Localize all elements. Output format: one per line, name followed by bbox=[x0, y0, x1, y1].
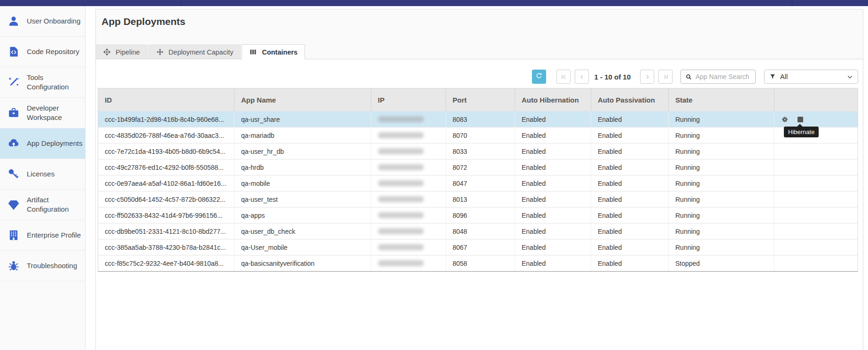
tab-containers[interactable]: Containers bbox=[242, 44, 305, 59]
redacted-ip-value bbox=[378, 164, 424, 170]
tab-label: Deployment Capacity bbox=[169, 48, 234, 56]
sidebar-item-licenses[interactable]: Licenses bbox=[0, 159, 85, 190]
sidebar: User OnboardingCode RepositoryTools Conf… bbox=[0, 6, 86, 350]
table-row[interactable]: ccc-1b499fa1-2d98-416b-8c4b-960e68...qa-… bbox=[98, 111, 858, 127]
cell-app-name: qa-usr_share bbox=[234, 111, 371, 127]
cell-id: ccc-ff502633-8432-41d4-97b6-996156... bbox=[98, 207, 234, 223]
redacted-ip-value bbox=[378, 228, 424, 234]
cell-auto-hibernation: Enabled bbox=[515, 191, 591, 207]
refresh-button[interactable] bbox=[532, 70, 546, 84]
table-row[interactable]: ccc-385aa5ab-3788-4230-b78a-b2841c...qa-… bbox=[98, 239, 858, 255]
table-body: ccc-1b499fa1-2d98-416b-8c4b-960e68...qa-… bbox=[98, 111, 858, 271]
cell-port: 8013 bbox=[446, 191, 515, 207]
table-header-row: IDApp NameIPPortAuto HibernationAuto Pas… bbox=[98, 88, 858, 111]
sidebar-item-developer-workspace[interactable]: Developer Workspace bbox=[0, 98, 85, 128]
filter-select[interactable]: All bbox=[764, 70, 858, 84]
next-page-button[interactable] bbox=[640, 70, 654, 84]
cell-port: 8047 bbox=[446, 175, 515, 191]
hibernate-stop-button[interactable] bbox=[798, 117, 803, 122]
cell-app-name: qa-user_test bbox=[234, 191, 371, 207]
cell-ip bbox=[371, 223, 446, 239]
cell-app-name: qa-basicsanityverification bbox=[234, 255, 371, 271]
panel-header: App Deployments PipelineDeployment Capac… bbox=[96, 9, 863, 59]
cell-actions bbox=[774, 255, 858, 271]
prev-page-button[interactable] bbox=[575, 70, 589, 84]
cell-app-name: qa-mariadb bbox=[234, 127, 371, 143]
table-row[interactable]: ccc-4835d026-788f-46ea-a76d-30aac3...qa-… bbox=[98, 127, 858, 143]
topbar-divider bbox=[866, 0, 867, 6]
sidebar-item-label: Code Repository bbox=[27, 47, 83, 56]
chevron-right-icon bbox=[644, 73, 651, 80]
cell-port: 8070 bbox=[446, 127, 515, 143]
containers-table: IDApp NameIPPortAuto HibernationAuto Pas… bbox=[98, 88, 858, 272]
cell-state: Running bbox=[668, 127, 774, 143]
column-header-id: ID bbox=[98, 88, 234, 111]
redacted-ip-value bbox=[378, 212, 424, 218]
cell-auto-passivation: Enabled bbox=[591, 143, 668, 159]
cell-ip bbox=[371, 191, 446, 207]
cell-id: ccc-0e97aea4-a5af-4102-86a1-fd60e16... bbox=[98, 175, 234, 191]
pagination-range: 1 - 10 of 10 bbox=[594, 73, 631, 81]
cloud-upload-icon bbox=[8, 137, 20, 150]
table-row[interactable]: ccc-c5050d64-1452-4c57-872b-086322...qa-… bbox=[98, 191, 858, 207]
cell-state: Running bbox=[668, 207, 774, 223]
cell-id: ccc-1b499fa1-2d98-416b-8c4b-960e68... bbox=[98, 111, 234, 127]
last-page-icon bbox=[662, 73, 669, 80]
cell-auto-passivation: Enabled bbox=[591, 191, 668, 207]
sidebar-item-enterprise-profile[interactable]: Enterprise Profile bbox=[0, 220, 85, 251]
move-outline-icon bbox=[103, 48, 111, 56]
table-row[interactable]: ccc-db9be051-2331-4121-8c10-8bd277...qa-… bbox=[98, 223, 858, 239]
search-input[interactable] bbox=[696, 73, 755, 80]
settings-gear-icon[interactable] bbox=[781, 116, 789, 123]
cell-id: ccc-49c27876-ed1c-4292-b0f8-550588... bbox=[98, 159, 234, 175]
table-toolbar: 1 - 10 of 10 All bbox=[532, 70, 858, 84]
cell-auto-hibernation: Enabled bbox=[515, 223, 591, 239]
cell-auto-passivation: Enabled bbox=[591, 159, 668, 175]
sidebar-item-label: Licenses bbox=[27, 169, 83, 179]
cell-ip bbox=[371, 175, 446, 191]
sidebar-item-label: Troubleshooting bbox=[27, 261, 83, 270]
cell-state: Running bbox=[668, 191, 774, 207]
cell-app-name: qa-user_db_check bbox=[234, 223, 371, 239]
cell-port: 8058 bbox=[446, 255, 515, 271]
sidebar-item-troubleshooting[interactable]: Troubleshooting bbox=[0, 251, 85, 281]
first-page-button[interactable] bbox=[556, 70, 571, 84]
cell-port: 8033 bbox=[446, 143, 515, 159]
cell-actions: Hibernate bbox=[774, 111, 858, 127]
sidebar-item-label: Tools Configuration bbox=[27, 73, 83, 92]
search-icon bbox=[685, 73, 692, 80]
filter-selected-value: All bbox=[780, 73, 846, 80]
table-row[interactable]: ccc-0e97aea4-a5af-4102-86a1-fd60e16...qa… bbox=[98, 175, 858, 191]
cell-ip bbox=[371, 127, 446, 143]
sidebar-item-artifact-configuration[interactable]: Artifact Configuration bbox=[0, 190, 85, 220]
cell-auto-hibernation: Enabled bbox=[515, 207, 591, 223]
topbar-divider bbox=[181, 0, 181, 6]
tab-label: Pipeline bbox=[116, 48, 140, 56]
column-header-port: Port bbox=[446, 88, 515, 111]
cell-auto-passivation: Enabled bbox=[591, 175, 668, 191]
refresh-icon bbox=[535, 72, 543, 81]
table-row[interactable]: ccc-ff502633-8432-41d4-97b6-996156...qa-… bbox=[98, 207, 858, 223]
table-row[interactable]: ccc-7e72c1da-4193-4b05-b8d0-6b9c54...qa-… bbox=[98, 143, 858, 159]
cell-app-name: qa-user_hr_db bbox=[234, 143, 371, 159]
sidebar-item-user-onboarding[interactable]: User Onboarding bbox=[0, 6, 85, 37]
redacted-ip-value bbox=[378, 132, 424, 138]
tab-deployment-capacity[interactable]: Deployment Capacity bbox=[149, 45, 241, 59]
column-header-ip: IP bbox=[371, 88, 446, 111]
sidebar-item-code-repository[interactable]: Code Repository bbox=[0, 37, 85, 67]
table-row[interactable]: ccc-f85c75c2-9232-4ee7-b404-9810a8...qa-… bbox=[98, 255, 858, 271]
page-title: App Deployments bbox=[102, 16, 186, 27]
cell-port: 8083 bbox=[446, 111, 515, 127]
tab-pipeline[interactable]: Pipeline bbox=[95, 45, 148, 59]
table-row[interactable]: ccc-49c27876-ed1c-4292-b0f8-550588...qa-… bbox=[98, 159, 858, 175]
briefcase-icon bbox=[8, 107, 20, 119]
key-icon bbox=[8, 168, 20, 180]
sidebar-item-tools-configuration[interactable]: Tools Configuration bbox=[0, 67, 85, 98]
sidebar-item-label: Developer Workspace bbox=[27, 103, 83, 122]
last-page-button[interactable] bbox=[658, 70, 673, 84]
cell-actions bbox=[774, 191, 858, 207]
sidebar-item-app-deployments[interactable]: App Deployments bbox=[0, 128, 85, 159]
cell-ip bbox=[371, 111, 446, 127]
cell-state: Running bbox=[668, 239, 774, 255]
column-header-state: State bbox=[668, 88, 774, 111]
